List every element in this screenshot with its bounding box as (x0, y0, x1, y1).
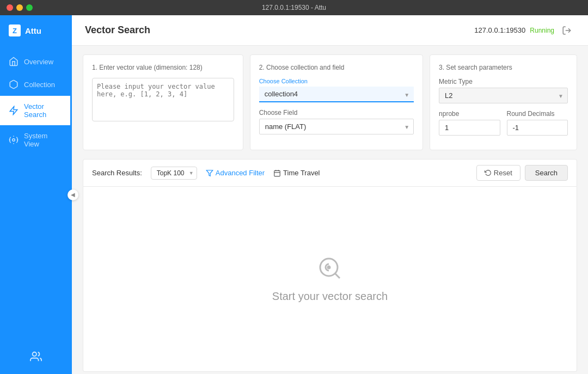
titlebar-title: 127.0.0.1:19530 - Attu (262, 4, 326, 11)
results-right: Reset Search (476, 165, 568, 181)
reset-label: Reset (494, 169, 512, 177)
main-header: Vector Search 127.0.0.1:19530 Running (72, 15, 588, 46)
collection-field-panel: 2. Choose collection and field Choose Co… (250, 54, 423, 150)
panel2-title: 2. Choose collection and field (259, 64, 414, 71)
panels-row: 1. Enter vector value (dimension: 128) 2… (83, 54, 577, 150)
svg-point-9 (328, 266, 330, 268)
sidebar-item-vector-search-label: Vector Search (24, 102, 62, 119)
minimize-btn[interactable] (16, 4, 23, 11)
field-select[interactable]: name (FLAT) (259, 119, 414, 134)
metric-select[interactable]: L2 IP (439, 88, 568, 103)
results-label: Search Results: (92, 169, 142, 177)
server-status: Running (530, 27, 554, 34)
app-name: Attu (25, 26, 41, 35)
metric-select-wrapper: L2 IP ▼ (439, 88, 568, 103)
sidebar-item-overview[interactable]: Overview (0, 50, 72, 73)
search-button[interactable]: Search (525, 165, 568, 181)
collection-label: Choose Collection (259, 78, 414, 84)
logout-button[interactable] (559, 22, 575, 39)
advanced-filter-button[interactable]: Advanced Filter (206, 169, 265, 177)
home-icon (9, 57, 19, 66)
time-travel-label: Time Travel (283, 169, 320, 177)
sidebar-item-system-view[interactable]: System View (0, 125, 72, 155)
vector-search-icon (9, 106, 19, 115)
sidebar-header: Z Attu (0, 15, 72, 46)
sidebar-item-vector-search[interactable]: Vector Search (0, 96, 72, 125)
field-dropdown-group: Choose Field name (FLAT) ▼ (259, 109, 414, 134)
nprobe-input[interactable] (439, 120, 500, 136)
topk-select[interactable]: TopK 100 TopK 10 TopK 50 TopK 200 (151, 167, 197, 180)
close-btn[interactable] (7, 4, 13, 11)
round-label: Round Decimals (507, 110, 568, 118)
param-row: nprobe Round Decimals (439, 110, 568, 136)
app-logo: Z (9, 24, 21, 36)
panel3-title: 3. Set search parameters (439, 64, 568, 71)
content-area: 1. Enter vector value (dimension: 128) 2… (72, 46, 588, 374)
time-travel-button[interactable]: Time Travel (273, 169, 320, 177)
results-bar: Search Results: TopK 100 TopK 10 TopK 50… (83, 159, 577, 187)
reset-button[interactable]: Reset (476, 165, 520, 181)
field-select-wrapper: name (FLAT) ▼ (259, 119, 414, 134)
server-info: 127.0.0.1:19530 Running (474, 22, 575, 39)
search-label: Search (535, 169, 558, 177)
collection-select[interactable]: collection4 (259, 87, 414, 102)
panel1-title: 1. Enter vector value (dimension: 128) (92, 64, 234, 71)
users-icon[interactable] (30, 351, 42, 365)
round-decimals-input[interactable] (507, 120, 568, 136)
nprobe-label: nprobe (439, 110, 500, 118)
page-title: Vector Search (85, 24, 150, 36)
svg-marker-3 (206, 170, 213, 176)
collection-select-wrapper: collection4 ▼ (259, 87, 414, 102)
sidebar-collapse-button[interactable]: ◀ (68, 189, 78, 200)
collection-dropdown-group: Choose Collection collection4 ▼ (259, 78, 414, 102)
window-controls (7, 4, 33, 11)
search-params-panel: 3. Set search parameters Metric Type L2 … (430, 54, 577, 150)
topk-select-wrapper: TopK 100 TopK 10 TopK 50 TopK 200 ▼ (151, 167, 197, 180)
gear-icon (9, 135, 19, 145)
metric-label: Metric Type (439, 78, 568, 85)
cube-icon (9, 79, 19, 89)
round-decimals-group: Round Decimals (507, 110, 568, 136)
empty-state: Start your vector search (83, 187, 577, 372)
svg-point-1 (33, 352, 36, 356)
maximize-btn[interactable] (26, 4, 33, 11)
filter-label: Advanced Filter (216, 169, 265, 177)
empty-search-icon (317, 255, 343, 281)
nprobe-group: nprobe (439, 110, 500, 136)
results-section: Search Results: TopK 100 TopK 10 TopK 50… (83, 159, 577, 372)
sidebar-item-system-view-label: System View (24, 132, 62, 148)
vector-input-panel: 1. Enter vector value (dimension: 128) (83, 54, 243, 150)
sidebar-footer (0, 342, 72, 374)
sidebar-nav: Overview Collection Vector Search (0, 46, 72, 342)
sidebar-item-collection-label: Collection (24, 81, 55, 89)
titlebar: 127.0.0.1:19530 - Attu (0, 0, 588, 15)
field-label: Choose Field (259, 109, 414, 117)
server-address: 127.0.0.1:19530 (474, 26, 525, 34)
sidebar-item-collection[interactable]: Collection (0, 73, 72, 96)
empty-state-text: Start your vector search (272, 290, 388, 303)
sidebar: Z Attu ◀ Overview (0, 15, 72, 374)
svg-rect-4 (274, 170, 280, 176)
svg-point-0 (13, 139, 15, 142)
main-content: Vector Search 127.0.0.1:19530 Running (72, 15, 588, 374)
vector-input[interactable] (92, 78, 234, 121)
sidebar-item-overview-label: Overview (24, 58, 53, 66)
metric-type-group: Metric Type L2 IP ▼ (439, 78, 568, 103)
results-left: Search Results: TopK 100 TopK 10 TopK 50… (92, 167, 320, 180)
